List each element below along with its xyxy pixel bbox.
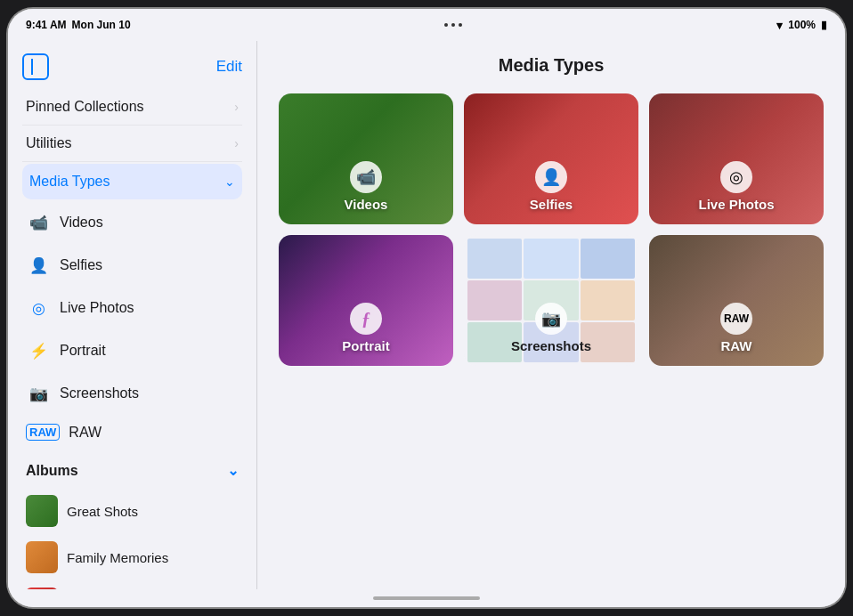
card-videos[interactable]: 📹 Videos	[279, 93, 453, 224]
screenshot-cell-2	[524, 239, 578, 279]
albums-header: Albums ⌄	[22, 453, 242, 488]
card-bg-videos: 📹 Videos	[279, 93, 453, 224]
portrait-icon: ⚡	[26, 338, 51, 363]
card-bg-raw: RAW RAW	[649, 235, 824, 366]
album-label: Great Shots	[67, 504, 138, 519]
videos-label: Videos	[60, 215, 103, 231]
battery-percent: 100%	[788, 19, 816, 31]
media-types-label: Media Types	[29, 174, 110, 190]
card-screenshots[interactable]: 📷 Screenshots	[464, 235, 638, 366]
sidebar-main-section: Pinned Collections › Utilities › Media T…	[8, 89, 256, 589]
album-item-family-memories[interactable]: Family Memories	[22, 534, 242, 580]
screenshots-label: Screenshots	[60, 385, 139, 401]
sidebar-item-media-types[interactable]: Media Types ⌄	[22, 164, 242, 199]
card-bg-portrait: ƒ Portrait	[279, 235, 453, 366]
status-right: ▾ 100% ▮	[776, 19, 827, 32]
album-label: Family Memories	[67, 550, 168, 565]
status-bar: 9:41 AM Mon Jun 10 ▾ 100% ▮	[8, 9, 845, 41]
main-content: Media Types 📹 Videos 👤	[257, 41, 845, 589]
card-icon-screenshots: 📷	[535, 303, 567, 335]
portrait-label: Portrait	[60, 343, 106, 359]
selfies-label: Selfies	[60, 257, 102, 273]
sidebar-item-raw[interactable]: RAW RAW	[22, 415, 242, 450]
selfies-icon: 👤	[26, 253, 51, 278]
media-type-grid: 📹 Videos 👤 Selfies	[279, 93, 824, 366]
album-thumb-great-shots	[26, 495, 58, 527]
page-title: Media Types	[279, 55, 824, 76]
card-selfies[interactable]: 👤 Selfies	[464, 93, 638, 224]
screenshot-cell-1	[467, 239, 522, 279]
card-raw[interactable]: RAW RAW	[649, 235, 824, 366]
card-bg-live-photos: ◎ Live Photos	[649, 93, 824, 224]
card-label-selfies: Selfies	[530, 197, 573, 212]
album-thumb-family-memories	[26, 541, 58, 573]
card-live-photos[interactable]: ◎ Live Photos	[649, 93, 824, 224]
albums-label: Albums	[26, 463, 78, 479]
card-label-area-live-photos: ◎ Live Photos	[698, 161, 774, 212]
dot1	[444, 23, 448, 27]
card-icon-selfies: 👤	[535, 161, 567, 193]
albums-section: Albums ⌄ Great Shots Family Memories Del…	[22, 453, 242, 589]
utilities-label: Utilities	[26, 135, 72, 151]
edit-button[interactable]: Edit	[216, 58, 242, 76]
raw-icon: RAW	[26, 424, 60, 441]
sidebar-item-pinned-collections[interactable]: Pinned Collections ›	[22, 89, 242, 126]
videos-icon: 📹	[26, 210, 51, 235]
dot3	[459, 23, 462, 27]
battery-icon: ▮	[821, 19, 827, 31]
sidebar-item-screenshots[interactable]: 📷 Screenshots	[22, 372, 242, 415]
sidebar-item-videos[interactable]: 📹 Videos	[22, 201, 242, 244]
album-item-delicious-bites[interactable]: Delicious Bites	[22, 580, 242, 589]
card-portrait[interactable]: ƒ Portrait	[279, 235, 453, 366]
home-indicator	[8, 589, 845, 607]
card-icon-raw: RAW	[720, 303, 752, 335]
card-bg-selfies: 👤 Selfies	[464, 93, 638, 224]
wifi-icon: ▾	[776, 19, 783, 32]
home-bar	[373, 596, 480, 600]
card-bg-screenshots: 📷 Screenshots	[464, 235, 638, 366]
sidebar-toggle-icon[interactable]	[22, 53, 49, 80]
card-label-live-photos: Live Photos	[698, 197, 774, 212]
card-label-area-portrait: ƒ Portrait	[342, 303, 389, 353]
sidebar: Edit Pinned Collections › Utilities › Me…	[8, 41, 257, 589]
sidebar-item-portrait[interactable]: ⚡ Portrait	[22, 329, 242, 372]
card-label-area-videos: 📹 Videos	[345, 161, 388, 212]
raw-label: RAW	[69, 425, 102, 441]
screenshots-label-area: 📷 Screenshots	[464, 303, 638, 353]
chevron-down-icon: ⌄	[224, 174, 235, 189]
card-icon-videos: 📹	[350, 161, 382, 193]
app-area: Edit Pinned Collections › Utilities › Me…	[8, 41, 845, 589]
card-label-portrait: Portrait	[342, 338, 389, 353]
album-item-great-shots[interactable]: Great Shots	[22, 488, 242, 534]
screenshots-icon: 📷	[26, 381, 51, 406]
sidebar-header: Edit	[8, 41, 256, 89]
pinned-collections-label: Pinned Collections	[26, 99, 144, 115]
card-label-area-raw: RAW RAW	[720, 303, 752, 353]
screenshot-cell-3	[581, 239, 635, 279]
card-icon-portrait: ƒ	[350, 303, 382, 335]
card-label-videos: Videos	[345, 197, 388, 212]
status-date: Mon Jun 10	[72, 19, 131, 31]
status-center	[444, 23, 462, 27]
sidebar-item-utilities[interactable]: Utilities ›	[22, 126, 242, 162]
sidebar-item-live-photos[interactable]: ◎ Live Photos	[22, 287, 242, 329]
ipad-frame: 9:41 AM Mon Jun 10 ▾ 100% ▮ Edit	[8, 9, 845, 607]
live-photos-icon: ◎	[26, 296, 51, 320]
live-photos-label: Live Photos	[60, 300, 134, 316]
status-time: 9:41 AM	[26, 19, 67, 31]
card-label-screenshots: Screenshots	[511, 338, 591, 353]
card-label-area-selfies: 👤 Selfies	[530, 161, 573, 212]
dot2	[451, 23, 455, 27]
chevron-right-icon: ›	[234, 100, 239, 114]
status-left: 9:41 AM Mon Jun 10	[26, 19, 131, 31]
albums-chevron-down-icon: ⌄	[227, 462, 239, 479]
sidebar-icon-inner	[31, 59, 40, 75]
card-icon-live-photos: ◎	[720, 161, 752, 193]
sidebar-item-selfies[interactable]: 👤 Selfies	[22, 244, 242, 287]
card-label-raw: RAW	[721, 338, 752, 353]
chevron-right-icon: ›	[234, 136, 239, 150]
